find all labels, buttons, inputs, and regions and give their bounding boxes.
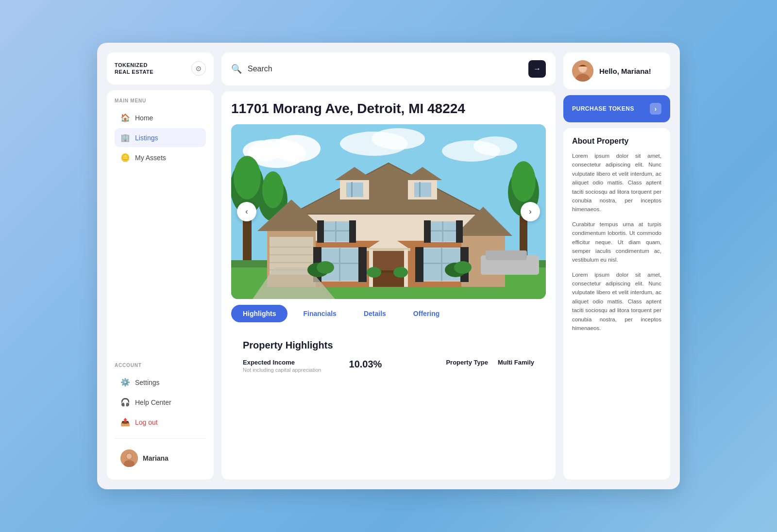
sidebar-item-my-assets[interactable]: 🪙 My Assets (115, 148, 206, 167)
sidebar-item-home[interactable]: 🏠 Home (115, 108, 206, 127)
sidebar-user-profile: Mariana (115, 445, 206, 472)
about-paragraph-1: Lorem ipsum dolor sit amet, consectetur … (572, 151, 661, 214)
svg-point-82 (367, 267, 381, 278)
about-paragraph-2: Curabitur tempus urna at turpis condimen… (572, 220, 661, 265)
expected-income-value: 10.03% (349, 359, 382, 370)
svg-rect-54 (339, 248, 340, 281)
svg-rect-44 (317, 220, 324, 243)
svg-point-79 (317, 261, 334, 274)
main-menu-label: MAIN MENU (115, 98, 206, 103)
purchase-tokens-button[interactable]: PURCHASE TOKENS › (563, 95, 670, 122)
svg-rect-85 (486, 250, 527, 260)
tab-highlights[interactable]: Highlights (231, 305, 287, 322)
sidebar: TOKENIZED REAL ESTATE ⊙ MAIN MENU 🏠 Home… (107, 52, 214, 480)
tab-details[interactable]: Details (352, 305, 398, 322)
tabs-row: Highlights Financials Details Offering (231, 305, 546, 322)
property-type-value: Multi Family (498, 359, 534, 366)
svg-point-16 (234, 156, 261, 200)
svg-rect-60 (441, 248, 442, 281)
sidebar-item-help-center[interactable]: 🎧 Help Center (115, 393, 206, 412)
help-icon: 🎧 (120, 398, 130, 407)
svg-point-11 (473, 136, 517, 156)
property-type-item: Property Type (391, 359, 488, 366)
sidebar-logo-card: TOKENIZED REAL ESTATE ⊙ (107, 52, 214, 84)
svg-point-81 (454, 261, 472, 274)
svg-point-83 (393, 267, 408, 278)
home-icon: 🏠 (120, 113, 130, 122)
logo-text: TOKENIZED REAL ESTATE (115, 62, 153, 76)
tab-offering[interactable]: Offering (402, 305, 451, 322)
greeting-avatar (572, 60, 593, 82)
svg-rect-49 (430, 230, 456, 232)
svg-rect-43 (323, 230, 350, 232)
greeting-text: Hello, Mariana! (599, 67, 651, 75)
about-paragraph-3: Lorem ipsum dolor sit amet, consectetur … (572, 270, 661, 333)
sidebar-item-logout[interactable]: 📤 Log out (115, 413, 206, 432)
sidebar-item-settings[interactable]: ⚙️ Settings (115, 373, 206, 392)
listings-icon: 🏢 (120, 133, 130, 142)
search-input[interactable] (248, 65, 523, 73)
carousel-next-button[interactable]: › (521, 202, 540, 221)
svg-rect-51 (456, 220, 463, 243)
sidebar-avatar (120, 449, 138, 467)
main-content: 🔍 → 11701 Morang Ave, Detroit, MI 48224 (221, 52, 556, 480)
sidebar-nav: MAIN MENU 🏠 Home 🏢 Listings 🪙 My Assets … (107, 90, 214, 480)
image-carousel: ‹ › (231, 124, 546, 299)
search-icon: 🔍 (231, 64, 242, 74)
highlights-title: Property Highlights (243, 340, 534, 351)
carousel-prev-button[interactable]: ‹ (237, 202, 256, 221)
svg-point-9 (372, 128, 425, 150)
assets-icon: 🪙 (120, 153, 130, 162)
svg-rect-38 (414, 183, 431, 197)
tabs-section: Highlights Financials Details Offering P… (231, 305, 546, 382)
account-label: ACCOUNT (115, 363, 206, 368)
svg-rect-69 (367, 248, 410, 251)
search-bar: 🔍 → (221, 52, 556, 85)
svg-point-3 (127, 454, 132, 459)
about-property-card: About Property Lorem ipsum dolor sit ame… (563, 128, 670, 480)
purchase-arrow-icon: › (650, 103, 661, 115)
logout-icon: 📤 (120, 417, 130, 427)
right-panel: Hello, Mariana! PURCHASE TOKENS › About … (563, 52, 670, 480)
search-go-button[interactable]: → (528, 60, 546, 78)
svg-rect-39 (419, 182, 421, 197)
svg-point-19 (262, 171, 284, 208)
greeting-card: Hello, Mariana! (563, 52, 670, 89)
property-address: 11701 Morang Ave, Detroit, MI 48224 (231, 101, 546, 116)
about-title: About Property (572, 137, 661, 146)
expected-income-label: Expected Income (243, 359, 339, 366)
svg-point-22 (511, 161, 536, 202)
expected-income-item: Expected Income Not including capital ap… (243, 359, 339, 373)
svg-rect-35 (351, 182, 353, 197)
settings-icon: ⚙️ (120, 378, 130, 387)
highlights-card: Property Highlights Expected Income Not … (231, 330, 546, 382)
svg-rect-45 (349, 220, 356, 243)
property-card: 11701 Morang Ave, Detroit, MI 48224 (221, 91, 556, 480)
sidebar-item-listings[interactable]: 🏢 Listings (115, 128, 206, 147)
expected-income-sublabel: Not including capital appreciation (243, 367, 339, 373)
property-type-label: Property Type (391, 359, 488, 366)
back-button[interactable]: ⊙ (191, 61, 206, 76)
svg-rect-62 (415, 247, 423, 282)
svg-rect-57 (358, 247, 367, 282)
sidebar-divider (115, 438, 206, 439)
account-section: ACCOUNT ⚙️ Settings 🎧 Help Center 📤 Log … (115, 363, 206, 432)
sidebar-username: Mariana (143, 454, 169, 462)
svg-rect-50 (424, 220, 431, 243)
tab-financials[interactable]: Financials (291, 305, 348, 322)
app-container: TOKENIZED REAL ESTATE ⊙ MAIN MENU 🏠 Home… (97, 43, 680, 489)
svg-rect-34 (346, 183, 363, 197)
highlights-row: Expected Income Not including capital ap… (243, 359, 534, 373)
